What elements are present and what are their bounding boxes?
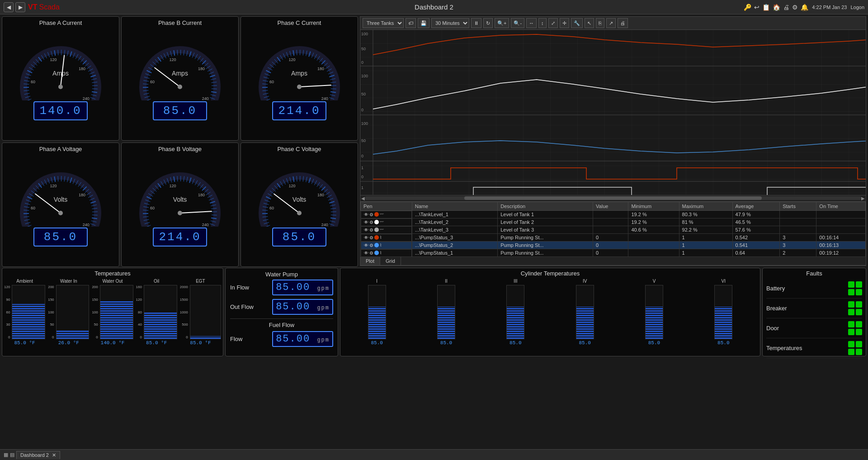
bell-icon[interactable]: 🔔	[801, 4, 808, 11]
row-max: 92.2 %	[679, 226, 732, 234]
row-desc: Level of Tank 2	[498, 218, 593, 226]
table-row[interactable]: 👁 ⚙ 〰 ...\TankLevel_1 Level of Tank 1 19…	[361, 210, 866, 218]
row-controls: 👁 ⚙ 〰	[361, 226, 412, 234]
chart-tag-btn[interactable]: 🏷	[406, 18, 416, 28]
table-row[interactable]: 👁 ⚙ ⌇ ...\PumpStatus_1 Pump Running St..…	[361, 249, 866, 257]
gear-icon[interactable]: ⚙	[369, 251, 373, 256]
row-min: 40.6 %	[628, 226, 679, 234]
gauge-svg-0: 060120180240300Amps	[11, 28, 110, 100]
status-tab[interactable]: Dashboard 2 ✕	[16, 451, 60, 459]
gear-icon[interactable]: ⚙	[369, 220, 373, 225]
tab-plot[interactable]: Plot	[360, 257, 380, 265]
chart-panel: Three Tanks 🏷 💾 30 Minutes 1 Hour ⏸ ↻ 🔍+…	[360, 16, 866, 266]
col-average: Average	[732, 202, 780, 210]
print-icon[interactable]: 🖨	[783, 4, 789, 11]
temp-fill-2	[100, 301, 133, 339]
temp-label-0: Ambient	[16, 279, 33, 284]
svg-text:100: 100	[361, 32, 368, 36]
status-icon-1[interactable]: ▦	[4, 452, 8, 458]
clipboard-icon[interactable]: 📋	[762, 4, 770, 11]
eye-icon[interactable]: 👁	[364, 235, 368, 240]
svg-point-139	[178, 85, 182, 89]
chart-copy-btn[interactable]: ⎘	[596, 18, 604, 28]
svg-text:Volts: Volts	[292, 196, 306, 203]
chart-save-btn[interactable]: 💾	[418, 18, 429, 28]
table-row[interactable]: 👁 ⚙ 〰 ...\TankLevel_3 Level of Tank 3 40…	[361, 226, 866, 234]
chart-zoom-x-btn[interactable]: ↔	[526, 18, 537, 28]
top-section: Phase A Current060120180240300Amps140.0P…	[0, 14, 868, 268]
eye-icon[interactable]: 👁	[364, 212, 368, 217]
cyl-col-2: III 85.0	[483, 279, 548, 346]
temp-track-3	[144, 285, 177, 339]
fault-dot-2-1	[848, 321, 854, 327]
fault-row-3: Temperatures	[766, 338, 862, 358]
temp-value-0: 85.0 °F	[14, 340, 35, 346]
row-min	[628, 249, 679, 257]
gear-icon[interactable]: ⚙	[369, 212, 373, 217]
cyl-track-1	[437, 285, 455, 339]
row-avg: 0.64	[732, 249, 780, 257]
chart-export-btn[interactable]: ↗	[606, 18, 616, 28]
water-pump-title: Water Pump	[230, 271, 333, 278]
col-starts: Starts	[780, 202, 816, 210]
temp-fill-1	[57, 331, 89, 339]
table-row[interactable]: 👁 ⚙ 〰 ...\TankLevel_2 Level of Tank 2 19…	[361, 218, 866, 226]
forward-button[interactable]: ▶	[15, 2, 25, 12]
gauges-panel: Phase A Current060120180240300Amps140.0P…	[2, 16, 358, 266]
back2-icon[interactable]: ↩	[754, 4, 760, 11]
col-minimum: Minimum	[628, 202, 679, 210]
eye-icon[interactable]: 👁	[364, 251, 368, 256]
svg-line-184	[331, 89, 336, 89]
fault-dot-1-2	[856, 301, 862, 308]
chart-wrench-btn[interactable]: 🔧	[571, 18, 583, 28]
chart-data-table: Pen Name Description Value Minimum Maxim…	[360, 201, 866, 266]
svg-line-348	[180, 211, 212, 213]
svg-text:120: 120	[169, 184, 176, 188]
fault-dot-0-3	[848, 289, 854, 295]
chart-cursor2-btn[interactable]: ↖	[585, 18, 594, 28]
temp-value-2: 140.0 °F	[101, 340, 125, 346]
datetime: 4:22 PM Jan 23	[812, 5, 847, 10]
chart-zoom-all-btn[interactable]: ⤢	[548, 18, 558, 28]
fuel-section: Fuel Flow Flow 85.00 gpm	[230, 318, 333, 347]
table-row[interactable]: 👁 ⚙ ⌇ ...\PumpStatus_3 Pump Running St..…	[361, 234, 866, 242]
chart-cursor-btn[interactable]: ✛	[560, 18, 569, 28]
eye-icon[interactable]: 👁	[364, 243, 368, 248]
eye-icon[interactable]: 👁	[364, 220, 368, 225]
svg-text:100: 100	[361, 121, 368, 126]
chart-time-select[interactable]: 30 Minutes 1 Hour	[431, 18, 469, 28]
svg-text:240: 240	[83, 223, 90, 227]
gauge-card-4: Phase B Voltage060120180240300Volts214.0	[121, 142, 239, 267]
eye-icon[interactable]: 👁	[364, 228, 368, 232]
chart-pause-btn[interactable]: ⏸	[471, 18, 481, 28]
gear-icon[interactable]: ⚙	[369, 228, 373, 232]
fault-dot-2-4	[856, 329, 862, 335]
home-icon[interactable]: 🏠	[773, 4, 780, 11]
fault-status-0	[848, 281, 862, 295]
cyl-label-0: I	[376, 279, 377, 284]
row-starts	[780, 226, 816, 234]
gear-icon[interactable]: ⚙	[369, 235, 373, 240]
status-icon-2[interactable]: ▤	[10, 452, 14, 458]
svg-text:1: 1	[361, 166, 363, 170]
chart-refresh-btn[interactable]: ↻	[483, 18, 493, 28]
table-row[interactable]: 👁 ⚙ ⌇ ...\PumpStatus_2 Pump Running St..…	[361, 242, 866, 249]
chart-zoom-in-btn[interactable]: 🔍+	[495, 18, 509, 28]
fault-dot-0-1	[848, 281, 854, 288]
gear-icon[interactable]: ⚙	[369, 243, 373, 248]
chart-scrollbar[interactable]: ◀ ▶	[360, 195, 866, 201]
logon-label[interactable]: Logon	[850, 5, 864, 10]
col-name: Name	[412, 202, 497, 210]
fault-status-2	[848, 321, 862, 335]
tab-grid[interactable]: Grid	[380, 257, 401, 265]
back-button[interactable]: ◀	[4, 2, 14, 12]
cyl-fill-1	[438, 307, 455, 339]
chart-print-btn[interactable]: 🖨	[618, 18, 628, 28]
fault-dot-3-4	[856, 349, 862, 355]
chart-zoom-y-btn[interactable]: ↕	[538, 18, 547, 28]
chart-zoom-out-btn[interactable]: 🔍-	[511, 18, 524, 28]
config-icon[interactable]: ⚙	[792, 4, 798, 11]
chart-view-select[interactable]: Three Tanks	[363, 18, 404, 28]
key-icon[interactable]: 🔑	[744, 4, 751, 11]
temp-scale-3: 16012080400	[136, 285, 143, 339]
